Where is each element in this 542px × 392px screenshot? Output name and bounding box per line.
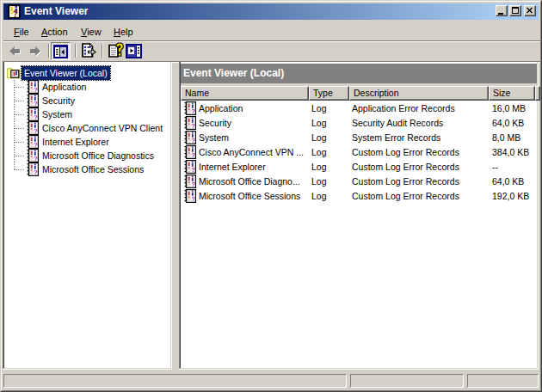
svg-text:?: ? — [13, 9, 18, 19]
